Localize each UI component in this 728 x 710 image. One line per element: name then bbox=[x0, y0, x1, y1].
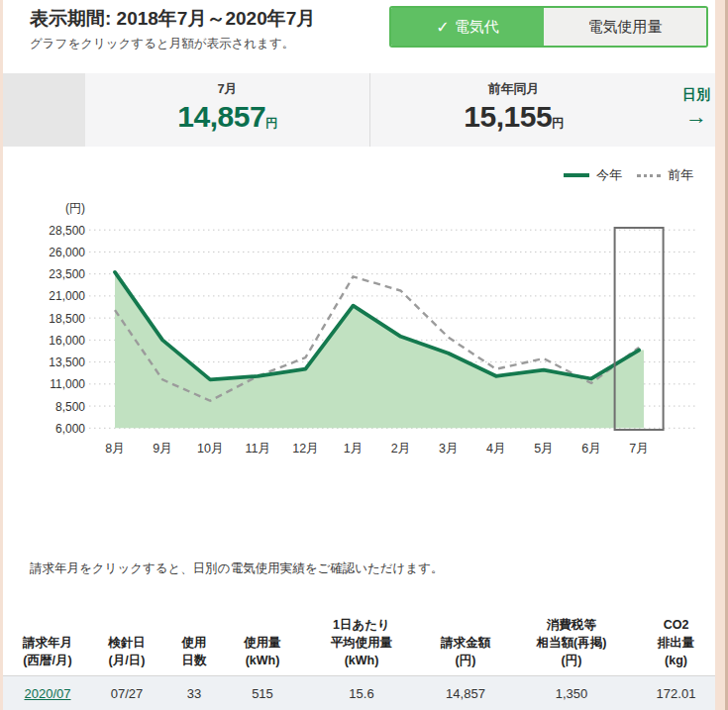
chart-mode-toggle: ✓ 電気代 電気使用量 bbox=[389, 6, 708, 48]
header: 表示期間: 2018年7月～2020年7月 グラフをクリックすると月額が表示され… bbox=[3, 0, 715, 67]
electricity-cost-tab-label: 電気代 bbox=[455, 18, 499, 37]
header-co2-emissions: CO2 排出量 (kg) bbox=[637, 616, 715, 669]
month-label[interactable]: 7月 bbox=[629, 442, 648, 456]
header-line: 日数 bbox=[161, 652, 227, 669]
month-label[interactable]: 11月 bbox=[246, 442, 270, 456]
header-line: CO2 bbox=[637, 616, 715, 634]
prev-year-amount: 15,155円 bbox=[370, 100, 657, 134]
header-line: 相当額(再掲) bbox=[506, 634, 637, 652]
prev-year-amount-unit: 円 bbox=[552, 116, 564, 130]
check-icon: ✓ bbox=[436, 18, 449, 37]
header-line: (kWh) bbox=[298, 652, 425, 669]
svg-text:6,000: 6,000 bbox=[55, 422, 85, 436]
cell-co2-emissions: 172.01 bbox=[637, 686, 715, 701]
header-line: (西暦/月) bbox=[3, 652, 92, 669]
month-label[interactable]: 10月 bbox=[197, 442, 223, 456]
header-consumption-tax: 消費税等 相当額(再掲) (円) bbox=[506, 616, 637, 669]
cell-usage-kwh: 515 bbox=[227, 686, 298, 701]
electricity-cost-tab[interactable]: ✓ 電気代 bbox=[391, 8, 544, 46]
cell-meter-read-date: 07/27 bbox=[92, 686, 161, 701]
summary-bar: 7月 14,857円 前年同月 15,155円 日別 → bbox=[3, 73, 715, 147]
current-month-amount: 14,857円 bbox=[85, 100, 369, 134]
month-label[interactable]: 1月 bbox=[344, 442, 363, 456]
header-line: (円) bbox=[425, 652, 506, 669]
header-line: (円) bbox=[506, 652, 637, 669]
current-month-summary: 7月 14,857円 bbox=[85, 73, 369, 147]
svg-text:11,000: 11,000 bbox=[50, 377, 85, 391]
header-line: 請求金額 bbox=[425, 634, 506, 652]
table-note: 請求年月をクリックすると、日別の電気使用実績をご確認いただけます。 bbox=[30, 560, 443, 577]
y-axis-labels: 6,0008,50011,00013,50016,00018,50021,000… bbox=[49, 224, 85, 436]
svg-text:21,000: 21,000 bbox=[49, 289, 85, 303]
current-month-amount-value: 14,857 bbox=[177, 100, 265, 133]
header-meter-read-date: 検針日 (月/日) bbox=[92, 634, 161, 669]
header-billed-amount: 請求金額 (円) bbox=[425, 634, 506, 669]
header-line: 請求年月 bbox=[3, 634, 92, 652]
this-year-line-swatch bbox=[564, 173, 589, 177]
electricity-usage-tab[interactable]: 電気使用量 bbox=[544, 8, 706, 46]
y-axis-unit-label: (円) bbox=[65, 201, 85, 215]
header-line: 検針日 bbox=[92, 634, 161, 652]
monthly-cost-chart[interactable]: 6,0008,50011,00013,50016,00018,50021,000… bbox=[3, 188, 715, 465]
prev-year-amount-value: 15,155 bbox=[464, 100, 552, 133]
chart-legend: 今年 前年 bbox=[564, 166, 693, 184]
daily-view-link[interactable]: 日別 → bbox=[679, 86, 713, 128]
prev-year-summary: 前年同月 15,155円 bbox=[369, 73, 657, 147]
electricity-usage-tab-label: 電気使用量 bbox=[588, 18, 663, 37]
page-subtitle: グラフをクリックすると月額が表示されます。 bbox=[30, 36, 294, 52]
month-label[interactable]: 3月 bbox=[439, 442, 458, 456]
month-label[interactable]: 5月 bbox=[534, 442, 553, 456]
svg-text:8,500: 8,500 bbox=[55, 400, 85, 414]
chart-svg[interactable]: 6,0008,50011,00013,50016,00018,50021,000… bbox=[3, 188, 715, 465]
daily-view-link-label: 日別 bbox=[679, 86, 713, 104]
header-line: 使用量 bbox=[227, 634, 298, 652]
page-title: 表示期間: 2018年7月～2020年7月 bbox=[30, 6, 315, 32]
month-labels[interactable]: 8月9月10月11月12月1月2月3月4月5月6月7月 bbox=[105, 442, 649, 456]
cell-consumption-tax: 1,350 bbox=[506, 686, 637, 701]
header-line: 平均使用量 bbox=[298, 634, 425, 652]
header-line: (月/日) bbox=[92, 652, 161, 669]
header-line: 排出量 bbox=[637, 634, 715, 652]
month-label[interactable]: 9月 bbox=[153, 442, 171, 456]
cell-usage-days: 33 bbox=[161, 686, 227, 701]
legend-last-year-label: 前年 bbox=[668, 166, 693, 184]
legend-this-year-label: 今年 bbox=[596, 166, 622, 184]
table-row: 2020/07 07/27 33 515 15.6 14,857 1,350 1… bbox=[3, 675, 715, 710]
cell-billed-amount: 14,857 bbox=[425, 686, 506, 701]
prev-month-nav-box bbox=[3, 73, 85, 147]
current-month-amount-unit: 円 bbox=[265, 116, 277, 130]
right-arrow-icon: → bbox=[679, 106, 713, 128]
svg-text:26,000: 26,000 bbox=[49, 246, 85, 259]
header-line: 消費税等 bbox=[506, 616, 637, 634]
table-header-row: 請求年月 (西暦/月) 検針日 (月/日) 使用 日数 使用量 (kWh) 1日… bbox=[3, 606, 715, 675]
svg-text:13,500: 13,500 bbox=[49, 355, 85, 369]
prev-year-label: 前年同月 bbox=[370, 80, 657, 98]
month-label[interactable]: 4月 bbox=[486, 442, 505, 456]
page-frame-right bbox=[715, 0, 728, 710]
month-label[interactable]: 6月 bbox=[581, 442, 600, 456]
svg-text:28,500: 28,500 bbox=[49, 224, 85, 238]
last-year-line-swatch bbox=[637, 174, 661, 177]
svg-text:18,500: 18,500 bbox=[49, 312, 85, 326]
current-month-label: 7月 bbox=[85, 80, 369, 98]
header-line: (kg) bbox=[637, 652, 715, 669]
header-line: 1日あたり bbox=[298, 616, 425, 634]
header-line: 使用 bbox=[161, 634, 227, 652]
billing-table: 請求年月 (西暦/月) 検針日 (月/日) 使用 日数 使用量 (kWh) 1日… bbox=[3, 606, 715, 710]
month-label[interactable]: 8月 bbox=[105, 442, 124, 456]
cell-daily-average: 15.6 bbox=[298, 686, 425, 701]
billing-month-link[interactable]: 2020/07 bbox=[25, 686, 71, 701]
svg-text:16,000: 16,000 bbox=[49, 334, 85, 348]
header-line: (kWh) bbox=[227, 652, 298, 669]
content-panel: 表示期間: 2018年7月～2020年7月 グラフをクリックすると月額が表示され… bbox=[3, 0, 715, 710]
header-daily-average: 1日あたり 平均使用量 (kWh) bbox=[298, 616, 425, 669]
header-usage-days: 使用 日数 bbox=[161, 634, 227, 669]
month-label[interactable]: 12月 bbox=[292, 442, 318, 456]
header-usage-kwh: 使用量 (kWh) bbox=[227, 634, 298, 669]
svg-text:23,500: 23,500 bbox=[49, 267, 85, 281]
month-label[interactable]: 2月 bbox=[391, 442, 410, 456]
header-billing-month: 請求年月 (西暦/月) bbox=[3, 634, 92, 669]
